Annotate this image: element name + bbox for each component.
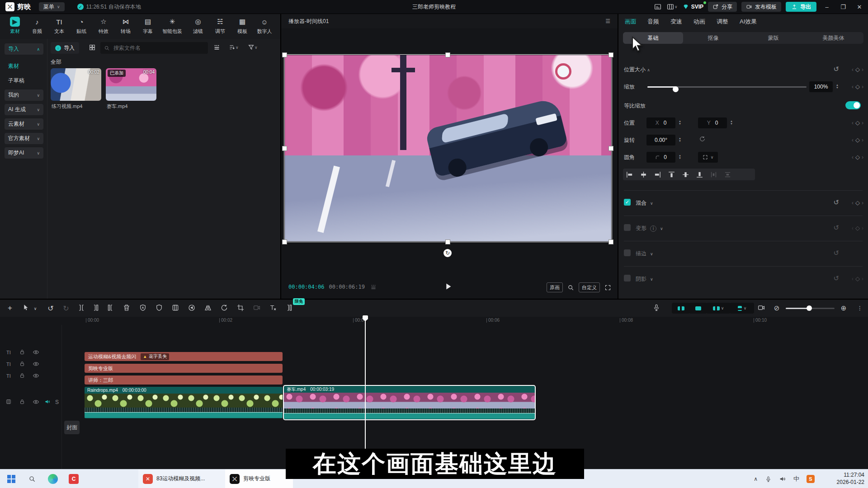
crop-icon[interactable] <box>235 304 246 313</box>
video-clip-racecar[interactable]: 赛车.mp4 00:00:03:19 <box>284 386 535 419</box>
tab-transitions[interactable]: ⋈转场 <box>114 17 137 35</box>
play-button[interactable] <box>443 282 453 291</box>
start-button[interactable] <box>5 473 17 485</box>
linkage-button[interactable]: ∨ <box>706 303 731 314</box>
resize-handle-s[interactable] <box>445 239 450 244</box>
eye-icon[interactable] <box>33 399 39 405</box>
split-right-icon[interactable] <box>105 304 116 313</box>
view-grid-icon[interactable] <box>213 44 220 51</box>
delete-icon[interactable] <box>121 304 132 313</box>
inspector-tab-video[interactable]: 画面 <box>625 18 637 26</box>
svip-button[interactable]: SVIP <box>682 3 703 10</box>
keyframe-control[interactable]: ‹◇› <box>852 66 863 73</box>
rotate-knob-icon[interactable] <box>699 136 706 142</box>
tab-media[interactable]: ▶素材 <box>4 17 26 35</box>
mirror-icon[interactable] <box>203 304 213 313</box>
inspector-tab-animation[interactable]: 动画 <box>693 18 705 26</box>
tab-effects[interactable]: ☆特效 <box>92 17 115 35</box>
tab-digital-human[interactable]: ☺数字人 <box>253 17 276 35</box>
tray-ime-icon[interactable]: 中 <box>793 475 799 483</box>
resize-handle-n[interactable] <box>445 52 450 57</box>
media-item-practice-video[interactable]: 00:02 <box>51 68 101 101</box>
tab-captions[interactable]: ▤字幕 <box>137 17 159 35</box>
fit-zoom-icon[interactable] <box>567 284 574 291</box>
reset-icon[interactable]: ↺ <box>833 65 839 73</box>
frame-view-icon[interactable] <box>370 284 377 290</box>
position-y-stepper[interactable]: ▲▼ <box>729 120 734 125</box>
text-clip-2[interactable]: 剪映专业版 <box>85 364 283 373</box>
cover-button[interactable]: 封面 <box>64 421 80 434</box>
add-media-icon[interactable]: + <box>5 304 15 313</box>
restore-button[interactable]: ❐ <box>837 4 849 10</box>
original-quality-button[interactable]: 原画 <box>547 282 563 292</box>
inspector-tab-ai-effects[interactable]: AI效果 <box>740 18 757 26</box>
blend-checkbox[interactable]: ✓ <box>624 199 631 206</box>
lock-icon[interactable] <box>19 399 25 405</box>
lock-icon[interactable] <box>19 361 25 367</box>
eye-icon[interactable] <box>33 349 39 356</box>
preview-axis-button[interactable]: ∨ <box>730 303 754 314</box>
warp-checkbox[interactable] <box>624 224 631 231</box>
align-bottom-icon[interactable] <box>696 171 703 178</box>
tray-expand-icon[interactable]: ∧ <box>754 476 758 482</box>
sidebar-item-official-material[interactable]: 官方素材∨ <box>5 133 43 144</box>
split-icon[interactable] <box>76 304 87 313</box>
text-clip-1[interactable]: 运动模糊&视频去频闪 ▲花字丢失 <box>85 352 283 361</box>
tab-smart-pack[interactable]: ✳智能包装 <box>159 17 186 35</box>
layout-list-icon[interactable] <box>654 3 662 11</box>
stroke-checkbox[interactable] <box>624 249 631 256</box>
uniform-scale-toggle[interactable] <box>845 101 861 109</box>
select-tool-icon[interactable] <box>20 304 31 312</box>
align-middle-vertical-icon[interactable] <box>682 171 689 178</box>
position-x-box[interactable]: X0 <box>646 117 675 128</box>
app-c-icon[interactable]: C <box>68 473 80 485</box>
player-menu-icon[interactable]: ☰ <box>605 18 610 24</box>
fullscreen-icon[interactable] <box>604 284 611 291</box>
tab-text[interactable]: TI文本 <box>48 17 71 35</box>
keyframe-control[interactable]: ‹◇› <box>852 136 863 143</box>
inspector-tab-speed[interactable]: 变速 <box>670 18 682 26</box>
search-input[interactable] <box>113 44 204 52</box>
close-button[interactable]: ✕ <box>854 4 865 10</box>
lock-icon[interactable] <box>19 349 25 355</box>
taskbar-task-video-tutorial[interactable]: ✕ 83运动模糊及视频... <box>138 469 227 488</box>
tab-sticker[interactable]: ◔贴纸 <box>70 17 93 35</box>
resize-handle-se[interactable] <box>609 239 613 244</box>
filter-icon[interactable]: ∨ <box>248 44 258 51</box>
sidebar-item-ai-generate[interactable]: AI 生成∨ <box>5 104 43 115</box>
layout-columns-icon[interactable]: ∨ <box>666 3 678 11</box>
position-x-stepper[interactable]: ▲▼ <box>677 120 683 125</box>
warp-label[interactable]: 变形i∨ <box>636 225 663 232</box>
minimize-button[interactable]: – <box>821 4 833 10</box>
tab-audio[interactable]: ♪音频 <box>26 17 48 35</box>
taskbar-clock[interactable]: 11:27:04 2026-01-22 <box>837 471 864 486</box>
sidebar-item-subdraft[interactable]: 子草稿 <box>5 75 43 86</box>
subtab-cutout[interactable]: 抠像 <box>683 32 743 44</box>
track-audio-icon[interactable] <box>44 399 51 405</box>
rotate-clip-icon[interactable] <box>219 304 230 313</box>
zoom-in-icon[interactable]: ⊕ <box>838 304 849 312</box>
tray-mic-icon[interactable] <box>765 476 772 483</box>
tray-s-app-icon[interactable]: S <box>807 475 815 483</box>
shadow-label[interactable]: 阴影∨ <box>636 275 653 283</box>
rotate-stepper[interactable]: ▲▼ <box>677 137 683 142</box>
subtab-mask[interactable]: 蒙版 <box>743 32 803 44</box>
resize-handle-nw[interactable] <box>282 52 287 57</box>
keyframe-control[interactable]: ‹◇› <box>852 154 863 160</box>
resize-handle-w[interactable] <box>282 146 287 151</box>
playhead-line[interactable] <box>365 315 366 455</box>
reverse-play-icon[interactable] <box>186 304 197 313</box>
subtab-beauty[interactable]: 美颜美体 <box>803 32 863 44</box>
align-center-horizontal-icon[interactable] <box>640 171 647 178</box>
align-right-icon[interactable] <box>654 171 661 178</box>
publish-template-button[interactable]: 发布模板 <box>741 2 781 12</box>
text-clear-icon[interactable] <box>268 304 278 313</box>
share-button[interactable]: 分享 <box>708 2 737 12</box>
keyframe-control[interactable]: ‹◇› <box>852 199 863 206</box>
tab-templates[interactable]: ▦模板 <box>231 17 254 35</box>
select-tool-chevron[interactable]: ∨ <box>30 306 41 311</box>
undo-icon[interactable]: ↺ <box>45 304 56 313</box>
timeline-more-icon[interactable]: ⋮ <box>854 305 865 311</box>
taskbar-task-jianying[interactable]: ⤫ 剪映专业版 <box>225 469 293 488</box>
inspector-tab-adjust[interactable]: 调整 <box>717 18 728 26</box>
